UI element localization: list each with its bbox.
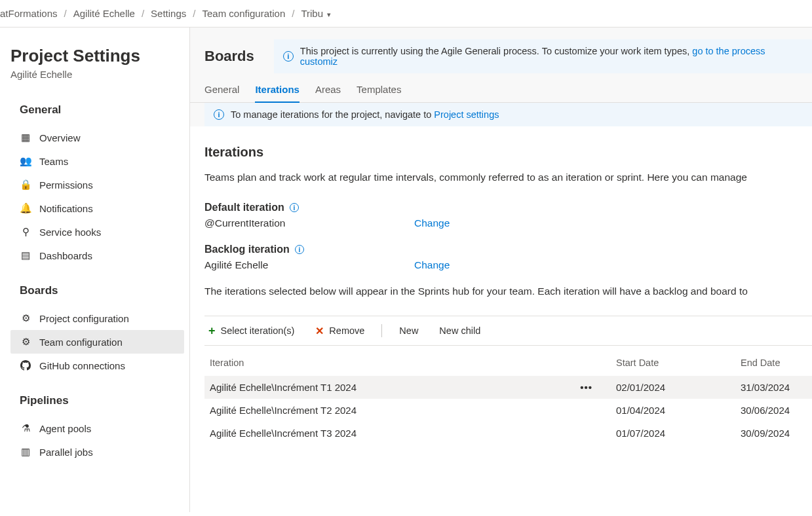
breadcrumb-item[interactable]: Settings bbox=[151, 8, 186, 19]
col-start-date[interactable]: Start Date bbox=[611, 348, 735, 376]
select-iterations-button[interactable]: + Select iteration(s) bbox=[204, 325, 298, 337]
table-row[interactable]: Agilité Echelle\Incrément T2 2024 01/04/… bbox=[204, 399, 812, 422]
backlog-iteration-label-text: Backlog iteration bbox=[204, 244, 290, 255]
sidebar-group-boards: Boards bbox=[20, 284, 189, 297]
change-default-iteration-link[interactable]: Change bbox=[414, 217, 450, 229]
tab-areas[interactable]: Areas bbox=[315, 84, 341, 102]
tab-templates[interactable]: Templates bbox=[357, 84, 401, 102]
info-icon: i bbox=[283, 51, 294, 62]
x-icon: ✕ bbox=[315, 325, 324, 337]
sidebar-item-project-configuration[interactable]: ⚙Project configuration bbox=[10, 306, 184, 330]
select-iterations-label: Select iteration(s) bbox=[221, 325, 295, 336]
breadcrumb-item-label: Tribu bbox=[301, 8, 323, 19]
tab-iterations[interactable]: Iterations bbox=[255, 84, 300, 103]
page-subtitle: Agilité Echelle bbox=[10, 69, 189, 80]
plus-icon: + bbox=[208, 325, 216, 337]
sidebar-group-general: General bbox=[20, 103, 189, 117]
info-icon[interactable]: i bbox=[295, 245, 304, 254]
more-actions-icon[interactable]: ••• bbox=[580, 382, 592, 393]
main-header: Boards bbox=[204, 48, 254, 65]
table-row[interactable]: Agilité Echelle\Incrément T1 2024••• 02/… bbox=[204, 376, 812, 399]
sidebar-item-label: Agent pools bbox=[39, 423, 91, 434]
default-iteration-label-text: Default iteration bbox=[204, 202, 284, 213]
gear-icon: ⚙ bbox=[20, 312, 31, 324]
sidebar-item-github-connections[interactable]: GitHub connections bbox=[10, 354, 184, 377]
change-backlog-iteration-link[interactable]: Change bbox=[414, 259, 450, 271]
sidebar-item-label: Teams bbox=[39, 156, 68, 167]
main-content: Boards i This project is currently using… bbox=[190, 28, 812, 512]
info-icon[interactable]: i bbox=[290, 203, 299, 212]
breadcrumb-separator: / bbox=[193, 8, 195, 19]
backlog-iteration-label: Backlog iteration i bbox=[204, 244, 812, 255]
iteration-name: Agilité Echelle\Incrément T1 2024 bbox=[210, 382, 357, 393]
project-settings-link[interactable]: Project settings bbox=[434, 109, 499, 120]
iterations-table: Iteration Start Date End Date Agilité Ec… bbox=[204, 348, 812, 445]
col-iteration[interactable]: Iteration bbox=[204, 348, 611, 376]
remove-label: Remove bbox=[329, 325, 364, 336]
people-icon: 👥 bbox=[20, 155, 31, 167]
breadcrumb-item[interactable]: Agilité Echelle bbox=[73, 8, 135, 19]
iteration-start: 02/01/2024 bbox=[611, 376, 735, 399]
dashboard-icon: ▤ bbox=[20, 249, 31, 261]
remove-button[interactable]: ✕ Remove bbox=[311, 325, 368, 337]
breadcrumb-separator: / bbox=[142, 8, 144, 19]
breadcrumb-item[interactable]: Tribu ▾ bbox=[301, 8, 331, 19]
parallel-icon: ▥ bbox=[20, 446, 31, 458]
iteration-start: 01/07/2024 bbox=[611, 422, 735, 445]
tab-general[interactable]: General bbox=[204, 84, 239, 102]
breadcrumb-separator: / bbox=[292, 8, 294, 19]
breadcrumb-item[interactable]: Team configuration bbox=[202, 8, 285, 19]
plug-icon: ⚲ bbox=[20, 226, 31, 238]
default-iteration-label: Default iteration i bbox=[204, 202, 812, 213]
info-icon: i bbox=[214, 109, 224, 120]
sidebar-item-label: Service hooks bbox=[39, 227, 101, 238]
col-end-date[interactable]: End Date bbox=[735, 348, 812, 376]
sidebar-item-teams[interactable]: 👥Teams bbox=[10, 149, 184, 173]
sidebar-item-team-configuration[interactable]: ⚙Team configuration bbox=[10, 330, 184, 354]
iteration-toolbar: + Select iteration(s) ✕ Remove New New c… bbox=[204, 316, 812, 346]
grid-icon: ▦ bbox=[20, 132, 31, 143]
sidebar-item-label: Project configuration bbox=[39, 313, 129, 324]
sidebar-item-permissions[interactable]: 🔒Permissions bbox=[10, 173, 184, 196]
github-icon bbox=[20, 359, 31, 371]
sidebar-item-agent-pools[interactable]: ⚗Agent pools bbox=[10, 416, 184, 440]
new-button[interactable]: New bbox=[395, 325, 422, 336]
breadcrumb: atFormations / Agilité Echelle / Setting… bbox=[0, 0, 812, 28]
page-title: Project Settings bbox=[10, 46, 189, 66]
sidebar-item-parallel-jobs[interactable]: ▥Parallel jobs bbox=[10, 440, 184, 464]
default-iteration-value: @CurrentIteration bbox=[204, 217, 296, 229]
sidebar-item-label: Team configuration bbox=[39, 337, 123, 348]
section-description: Teams plan and track work at regular tim… bbox=[204, 172, 812, 183]
backlog-iteration-value: Agilité Echelle bbox=[204, 259, 296, 271]
process-info-banner: i This project is currently using the Ag… bbox=[274, 39, 812, 73]
tabs: General Iterations Areas Templates bbox=[190, 73, 812, 103]
sidebar-item-overview[interactable]: ▦Overview bbox=[10, 126, 184, 149]
sidebar-group-pipelines: Pipelines bbox=[20, 394, 189, 407]
sidebar-item-service-hooks[interactable]: ⚲Service hooks bbox=[10, 220, 184, 244]
breadcrumb-item[interactable]: atFormations bbox=[0, 8, 58, 19]
sidebar-item-label: Permissions bbox=[39, 179, 93, 191]
sprints-description: The iterations selected below will appea… bbox=[204, 286, 812, 297]
flask-icon: ⚗ bbox=[20, 422, 31, 434]
table-row[interactable]: Agilité Echelle\Incrément T3 2024 01/07/… bbox=[204, 422, 812, 445]
iteration-end: 30/06/2024 bbox=[735, 399, 812, 422]
new-child-label: New child bbox=[439, 325, 480, 336]
new-label: New bbox=[399, 325, 418, 336]
sidebar-item-dashboards[interactable]: ▤Dashboards bbox=[10, 244, 184, 267]
toolbar-separator bbox=[381, 324, 382, 337]
sidebar-item-label: GitHub connections bbox=[39, 360, 125, 371]
sidebar-item-label: Dashboards bbox=[39, 250, 92, 261]
iteration-name: Agilité Echelle\Incrément T3 2024 bbox=[204, 422, 611, 445]
iteration-end: 30/09/2024 bbox=[735, 422, 812, 445]
sidebar-item-label: Notifications bbox=[39, 203, 93, 214]
sidebar-item-label: Overview bbox=[39, 132, 81, 143]
sidebar-item-notifications[interactable]: 🔔Notifications bbox=[10, 196, 184, 220]
sidebar: Project Settings Agilité Echelle General… bbox=[0, 28, 190, 512]
manage-iterations-banner: i To manage iterations for the project, … bbox=[204, 103, 812, 126]
team-gear-icon: ⚙ bbox=[20, 336, 31, 348]
breadcrumb-separator: / bbox=[64, 8, 67, 19]
manage-banner-text: To manage iterations for the project, na… bbox=[231, 109, 434, 120]
bell-icon: 🔔 bbox=[20, 202, 31, 214]
new-child-button[interactable]: New child bbox=[435, 325, 484, 336]
section-title: Iterations bbox=[204, 145, 812, 160]
